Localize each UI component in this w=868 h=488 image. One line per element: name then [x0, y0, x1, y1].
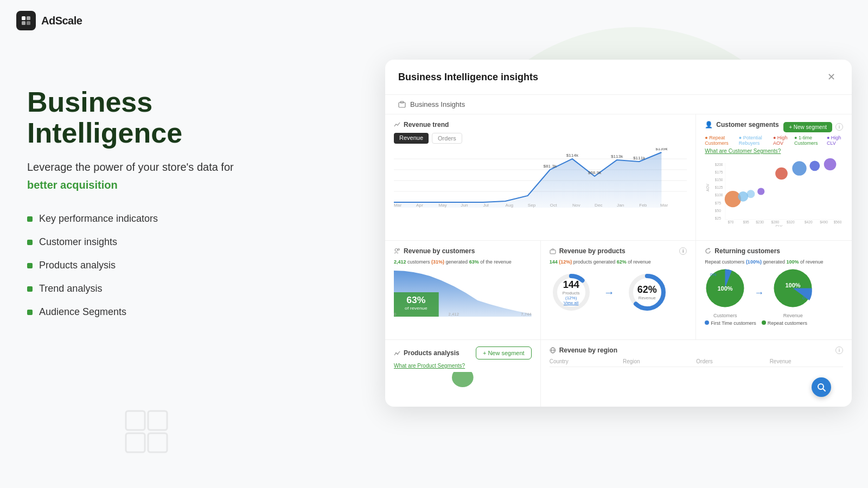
bubble-purple — [757, 188, 764, 195]
svg-text:$175: $175 — [715, 170, 723, 174]
svg-point-77 — [395, 352, 397, 354]
region-table-header: Country Region Orders Revenue — [550, 358, 843, 367]
revenue-pct: 63% — [469, 259, 479, 265]
info-icon[interactable]: i — [835, 123, 843, 131]
revenue-line-chart: $81.3k $114k $68.9k $113k $111k $139k Ma… — [394, 148, 687, 208]
close-button[interactable]: ✕ — [824, 69, 839, 85]
svg-text:$114k: $114k — [566, 153, 579, 158]
svg-text:Nov: Nov — [572, 203, 580, 208]
revenue-pie-chart: 100% 0% Revenue — [773, 268, 813, 318]
customers-area-chart: 63% of revenue 0 2,412 7,744 Customers — [394, 268, 532, 317]
svg-point-78 — [397, 354, 398, 355]
card-title: Business Intelligence insights — [398, 72, 538, 83]
revenue-region-section: Revenue by region i Country Region Order… — [541, 340, 852, 407]
bubble-chart: $200 $175 $150 $125 $100 $75 $50 $25 AOV… — [705, 156, 843, 227]
revenue-pie: 100% 0% — [773, 268, 813, 309]
arrow-right-icon: → — [604, 286, 615, 299]
svg-point-58 — [398, 249, 400, 251]
svg-text:$125: $125 — [715, 185, 723, 189]
dashboard-grid: Revenue trend Revenue Orders — [385, 114, 852, 407]
svg-text:Mar: Mar — [394, 203, 402, 208]
bubble-highclv — [824, 158, 837, 171]
products-count: 144 — [550, 259, 558, 265]
svg-text:Jan: Jan — [617, 203, 624, 208]
segment-label-1time: ● 1-time Customers — [794, 135, 822, 146]
products-segments-link[interactable]: What are Product Segments? — [394, 363, 532, 369]
revenue-region-title: Revenue by region — [550, 346, 617, 354]
svg-text:$230: $230 — [756, 220, 764, 224]
products-number: 144 — [563, 279, 580, 291]
svg-text:$95: $95 — [743, 220, 749, 224]
revenue-donut: 62% Revenue — [626, 271, 669, 314]
svg-rect-0 — [22, 16, 25, 20]
arrow-icon: → — [754, 287, 764, 299]
products-analysis-title: Products analysis — [394, 349, 459, 357]
customer-segments-section: 👤 Customer segments + New segment i ● Re… — [696, 114, 852, 241]
revenue-pct-big: 62% — [637, 284, 657, 296]
tab-orders[interactable]: Orders — [432, 133, 462, 144]
products-chart-svg — [394, 372, 532, 399]
products-pct: (12%) — [559, 259, 572, 265]
new-segment-button[interactable]: + New segment — [783, 122, 832, 132]
first-time-label: First Time customers — [711, 320, 756, 326]
bubble-potential — [738, 191, 749, 202]
view-all-link[interactable]: View all — [563, 300, 580, 305]
list-item: Trend analysis — [27, 283, 298, 294]
svg-text:$100: $100 — [715, 193, 723, 197]
segment-label-aov: ● High AOV — [773, 135, 790, 146]
list-item: Customer insights — [27, 236, 298, 248]
region-info-icon[interactable]: i — [835, 346, 843, 354]
svg-text:$320: $320 — [787, 220, 795, 224]
products-info-icon[interactable]: i — [679, 247, 687, 255]
products-mini-chart — [394, 372, 532, 399]
products-icon — [550, 248, 556, 254]
svg-text:$50: $50 — [715, 209, 721, 213]
bullet-icon — [27, 263, 33, 268]
svg-rect-5 — [148, 411, 167, 430]
svg-text:$490: $490 — [820, 220, 828, 224]
svg-text:$560: $560 — [834, 220, 842, 224]
svg-point-57 — [395, 249, 398, 252]
customers-pie: 100% 0% — [705, 268, 745, 309]
segment-type-labels: ● Repeat Customers ● Potential Rebuyers … — [705, 135, 843, 146]
svg-rect-3 — [27, 21, 30, 25]
revenue-chart-area: $81.3k $114k $68.9k $113k $111k $139k Ma… — [394, 148, 687, 208]
svg-text:$139k: $139k — [655, 148, 668, 151]
returning-icon — [705, 248, 711, 254]
revenue-products-section: Revenue by products i 144 (12%) products… — [541, 241, 697, 340]
svg-text:100%: 100% — [786, 282, 801, 288]
list-item: Key performance indicators — [27, 213, 298, 224]
products-label: Products — [563, 291, 580, 296]
analysis-icon — [394, 350, 400, 356]
svg-text:100%: 100% — [718, 285, 733, 292]
svg-text:$200: $200 — [715, 163, 723, 166]
bullet-icon — [27, 216, 33, 222]
left-panel: Business Intelligence Leverage the power… — [27, 87, 298, 330]
bubble-potential2 — [747, 190, 755, 198]
svg-text:7,744: 7,744 — [521, 312, 531, 317]
svg-text:Jun: Jun — [461, 203, 468, 208]
revenue-trend-section: Revenue trend Revenue Orders — [385, 114, 696, 241]
search-fab-button[interactable] — [812, 377, 831, 397]
region-icon — [550, 347, 556, 354]
list-item: Products analysis — [27, 260, 298, 271]
customers-icon — [394, 248, 400, 254]
svg-rect-7 — [148, 433, 167, 452]
products-analysis-section: Products analysis + New segment What are… — [385, 340, 541, 407]
returning-stat: Repeat customers (100%) generated 100% o… — [705, 259, 843, 265]
svg-text:Oct: Oct — [550, 203, 558, 208]
svg-text:$420: $420 — [805, 220, 813, 224]
svg-text:CLV: CLV — [776, 224, 783, 227]
customer-segments-chart: $200 $175 $150 $125 $100 $75 $50 $25 AOV… — [705, 156, 843, 227]
dashboard-card: Business Intelligence insights ✕ Busines… — [385, 60, 852, 407]
products-new-segment-btn[interactable]: + New segment — [476, 346, 532, 359]
what-are-segments-link[interactable]: What are Customer Segments? — [705, 148, 843, 154]
svg-text:$70: $70 — [728, 220, 734, 224]
bubble-blue — [793, 161, 807, 175]
list-item: Audience Segments — [27, 306, 298, 318]
segments-header: 👤 Customer segments + New segment i — [705, 121, 843, 133]
revenue-trend-title: Revenue trend — [394, 121, 687, 129]
tab-revenue[interactable]: Revenue — [394, 133, 429, 144]
first-time-dot — [705, 320, 709, 325]
segment-label-clv: ● High CLV — [827, 135, 843, 146]
